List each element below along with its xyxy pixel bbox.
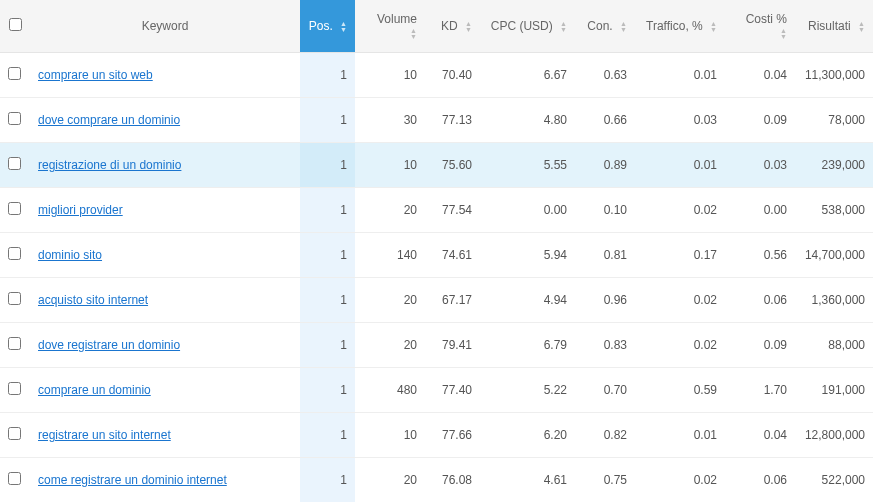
row-checkbox[interactable] [8,247,21,260]
keyword-link[interactable]: registrazione di un dominio [38,158,181,172]
pos-cell: 1 [300,233,355,278]
keyword-link[interactable]: dove comprare un dominio [38,113,180,127]
traffic-cell: 0.17 [635,233,725,278]
cpc-cell: 4.80 [480,98,575,143]
header-traffic[interactable]: Traffico, % ▲▼ [635,0,725,53]
keyword-link[interactable]: come registrare un dominio internet [38,473,227,487]
cpc-cell: 6.67 [480,53,575,98]
row-checkbox[interactable] [8,112,21,125]
header-volume[interactable]: Volume ▲▼ [355,0,425,53]
volume-cell: 20 [355,323,425,368]
sort-icon: ▲▼ [410,28,417,40]
select-all-checkbox[interactable] [9,18,22,31]
row-checkbox[interactable] [8,427,21,440]
traffic-cell: 0.02 [635,278,725,323]
results-cell: 522,000 [795,458,873,503]
con-cell: 0.81 [575,233,635,278]
header-pos[interactable]: Pos. ▲▼ [300,0,355,53]
results-cell: 12,800,000 [795,413,873,458]
sort-icon: ▲▼ [560,21,567,33]
con-cell: 0.82 [575,413,635,458]
cost-cell: 0.09 [725,98,795,143]
row-checkbox[interactable] [8,202,21,215]
header-cost[interactable]: Costi % ▲▼ [725,0,795,53]
header-cpc-label: CPC (USD) [491,19,553,33]
keyword-link[interactable]: registrare un sito internet [38,428,171,442]
con-cell: 0.63 [575,53,635,98]
header-checkbox-cell [0,0,30,53]
pos-cell: 1 [300,323,355,368]
volume-cell: 10 [355,413,425,458]
row-checkbox[interactable] [8,337,21,350]
row-checkbox[interactable] [8,292,21,305]
con-cell: 0.89 [575,143,635,188]
row-checkbox-cell [0,413,30,458]
row-checkbox[interactable] [8,157,21,170]
kd-cell: 77.54 [425,188,480,233]
con-cell: 0.83 [575,323,635,368]
kd-cell: 77.66 [425,413,480,458]
keyword-cell: comprare un sito web [30,53,300,98]
volume-cell: 10 [355,143,425,188]
traffic-cell: 0.02 [635,323,725,368]
table-row: registrazione di un dominio11075.605.550… [0,143,873,188]
cpc-cell: 4.94 [480,278,575,323]
row-checkbox-cell [0,188,30,233]
row-checkbox[interactable] [8,382,21,395]
keyword-cell: registrazione di un dominio [30,143,300,188]
con-cell: 0.66 [575,98,635,143]
cost-cell: 0.03 [725,143,795,188]
row-checkbox[interactable] [8,472,21,485]
header-volume-label: Volume [377,12,417,26]
sort-icon: ▲▼ [710,21,717,33]
cost-cell: 0.06 [725,458,795,503]
header-kd-label: KD [441,19,458,33]
header-pos-label: Pos. [309,19,333,33]
cost-cell: 1.70 [725,368,795,413]
keyword-link[interactable]: dove registrare un dominio [38,338,180,352]
keyword-link[interactable]: dominio sito [38,248,102,262]
row-checkbox-cell [0,323,30,368]
row-checkbox[interactable] [8,67,21,80]
pos-cell: 1 [300,278,355,323]
kd-cell: 77.40 [425,368,480,413]
cpc-cell: 5.94 [480,233,575,278]
keyword-link[interactable]: comprare un sito web [38,68,153,82]
con-cell: 0.10 [575,188,635,233]
pos-cell: 1 [300,368,355,413]
results-cell: 88,000 [795,323,873,368]
pos-cell: 1 [300,413,355,458]
results-cell: 1,360,000 [795,278,873,323]
keyword-link[interactable]: migliori provider [38,203,123,217]
header-cpc[interactable]: CPC (USD) ▲▼ [480,0,575,53]
traffic-cell: 0.02 [635,458,725,503]
header-results[interactable]: Risultati ▲▼ [795,0,873,53]
row-checkbox-cell [0,368,30,413]
header-kd[interactable]: KD ▲▼ [425,0,480,53]
keyword-link[interactable]: acquisto sito internet [38,293,148,307]
sort-icon: ▲▼ [340,21,347,33]
volume-cell: 140 [355,233,425,278]
table-row: dove registrare un dominio12079.416.790.… [0,323,873,368]
row-checkbox-cell [0,98,30,143]
results-cell: 78,000 [795,98,873,143]
con-cell: 0.70 [575,368,635,413]
traffic-cell: 0.01 [635,143,725,188]
row-checkbox-cell [0,278,30,323]
keyword-cell: migliori provider [30,188,300,233]
volume-cell: 30 [355,98,425,143]
keyword-link[interactable]: comprare un dominio [38,383,151,397]
keyword-cell: dove comprare un dominio [30,98,300,143]
header-keyword[interactable]: Keyword [30,0,300,53]
table-row: acquisto sito internet12067.174.940.960.… [0,278,873,323]
pos-cell: 1 [300,143,355,188]
sort-icon: ▲▼ [858,21,865,33]
table-row: comprare un sito web11070.406.670.630.01… [0,53,873,98]
header-con[interactable]: Con. ▲▼ [575,0,635,53]
volume-cell: 20 [355,458,425,503]
table-row: come registrare un dominio internet12076… [0,458,873,503]
con-cell: 0.75 [575,458,635,503]
sort-icon: ▲▼ [620,21,627,33]
kd-cell: 67.17 [425,278,480,323]
volume-cell: 20 [355,188,425,233]
